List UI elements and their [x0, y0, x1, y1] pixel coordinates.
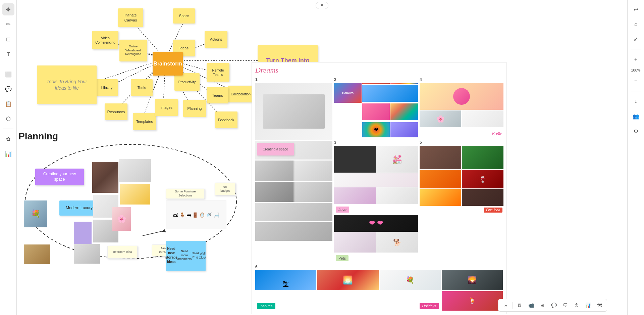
frame-tool[interactable]: ⬜	[2, 68, 14, 80]
right-toolbar: ↩ ⌂ ⤢ + 100% − ↓ 👥 ⚙	[627, 0, 644, 315]
planning-note-bedroom[interactable]: Bedroom Idea	[107, 246, 138, 259]
settings-button[interactable]: ⚙	[630, 125, 642, 137]
grid-btn[interactable]: ⊞	[538, 301, 547, 310]
sticky-infinite-canvas[interactable]: Infinate Canvas	[118, 8, 143, 27]
expand-btn[interactable]: »	[501, 301, 511, 310]
dreams-title: Dreams	[255, 66, 503, 75]
dreams-section-4: 4 🌸 Pretty	[420, 77, 503, 138]
canvas[interactable]: ▼ Brainstorm Infinate Canvas Share	[17, 0, 627, 315]
undo-button[interactable]: ↩	[630, 3, 642, 15]
screen-share-btn[interactable]: 🖥	[515, 301, 524, 310]
select-tool[interactable]: ✥	[2, 3, 14, 15]
svg-marker-21	[162, 229, 166, 232]
sticky-images[interactable]: Images	[155, 99, 178, 116]
eraser-tool[interactable]: ◻	[2, 33, 14, 45]
comment-btn[interactable]: 🗨	[560, 301, 570, 310]
bottom-toolbar: » 🖥 📹 ⊞ 💬 🗨 ⏱ 📊 🗺	[498, 299, 607, 312]
right-divider-2	[631, 91, 641, 91]
zoom-in-button[interactable]: +	[630, 53, 642, 65]
planning-img-flowers: 🌸	[112, 207, 131, 231]
timer-btn[interactable]: ⏱	[572, 301, 581, 310]
planning-furniture-drawings: 🛋 🪑 🛏 🚪 🪞 🚿 🛁	[166, 200, 226, 229]
planning-img-flowers2: 💐	[24, 200, 47, 227]
dreams-section-6: 6 🏝 🌅 💐 🌄 Inspires Holidays 🍹	[255, 265, 503, 311]
top-expand-button[interactable]: ▼	[316, 2, 328, 9]
shapes-tool[interactable]: ✿	[2, 133, 14, 145]
planning-purple-block	[74, 222, 92, 244]
draw-tool[interactable]: ✏	[2, 18, 14, 30]
sticky-productivity[interactable]: Productivity	[174, 73, 200, 91]
right-divider-1	[631, 49, 641, 49]
sticky-remote-teams[interactable]: Remote Teams	[207, 63, 229, 82]
bottom-divider	[513, 302, 513, 309]
sticky-tools[interactable]: Tools	[131, 79, 153, 96]
planning-arrow-svg	[139, 226, 169, 242]
planning-note-budget[interactable]: on budget	[215, 183, 235, 195]
connect-tool[interactable]: ⬡	[2, 113, 14, 125]
planning-note-storage[interactable]: Need new storage ideas Need more ornamen…	[166, 241, 206, 271]
sticky-templates[interactable]: Templates	[133, 113, 156, 130]
planning-note-furniture[interactable]: Some Furniture Selections	[166, 189, 205, 199]
svg-line-17	[97, 62, 154, 81]
sticky-library[interactable]: Library	[96, 79, 118, 96]
sticky-collaboration[interactable]: Collaboration	[228, 86, 253, 102]
text-tool[interactable]: T	[2, 48, 14, 60]
sticky-tool[interactable]: 📋	[2, 98, 14, 110]
sticky-teams[interactable]: Teams	[207, 87, 228, 103]
dreams-section-1: 1 Creating a space	[255, 77, 332, 263]
planning-img-room1	[119, 159, 151, 182]
sticky-resources[interactable]: Resources	[105, 103, 127, 120]
planning-section: Planning Creating your new space Modern …	[18, 131, 250, 266]
dreams-section: Dreams 1 Creating a space	[252, 62, 506, 314]
planning-title: Planning	[18, 131, 250, 142]
divider-1	[3, 64, 13, 64]
zoom-level: 100%	[631, 68, 640, 72]
tools-note[interactable]: Tools To Bring Your Ideas to life	[37, 65, 97, 104]
sticky-video-conf[interactable]: Video Conferencing	[92, 31, 118, 49]
planning-img-wood	[92, 162, 118, 193]
dreams-section-5: 5 🍷 Fine food	[420, 140, 503, 263]
home-button[interactable]: ⌂	[630, 18, 642, 30]
planning-img-room5	[24, 244, 50, 264]
planning-img-yellow-sofa	[120, 184, 150, 205]
left-toolbar: ✥ ✏ ◻ T ⬜ 💬 📋 ⬡ ✿ 📊	[0, 0, 17, 315]
video-btn[interactable]: 📹	[526, 301, 536, 310]
download-button[interactable]: ↓	[630, 95, 642, 107]
sticky-online-wb[interactable]: Online Whiteboard Reimagined	[119, 40, 147, 61]
chart-tool[interactable]: 📊	[2, 148, 14, 160]
sticky-planning[interactable]: Planning	[183, 100, 206, 117]
map-btn[interactable]: 🗺	[595, 301, 604, 310]
planning-img-room4	[74, 244, 100, 264]
sticky-share[interactable]: Share	[173, 8, 195, 24]
sticky-feedback[interactable]: Feedback	[215, 111, 237, 128]
dreams-section-3: 3 💒 Love ❤ ❤	[334, 140, 418, 263]
svg-line-20	[143, 231, 164, 236]
sticky-actions[interactable]: Actions	[205, 31, 227, 48]
brainstorm-note[interactable]: Brainstorm	[153, 52, 183, 76]
chart-btn[interactable]: 📊	[583, 301, 593, 310]
comment-tool[interactable]: 💬	[2, 83, 14, 95]
chat-btn[interactable]: 💬	[549, 301, 558, 310]
dreams-section-2: 2 Colours ❤	[334, 77, 418, 138]
divider-2	[3, 129, 13, 129]
users-button[interactable]: 👥	[630, 110, 642, 122]
fullscreen-button[interactable]: ⤢	[630, 33, 642, 45]
planning-note-new-space[interactable]: Creating your new space	[35, 169, 84, 185]
zoom-out-button[interactable]: −	[630, 75, 642, 87]
